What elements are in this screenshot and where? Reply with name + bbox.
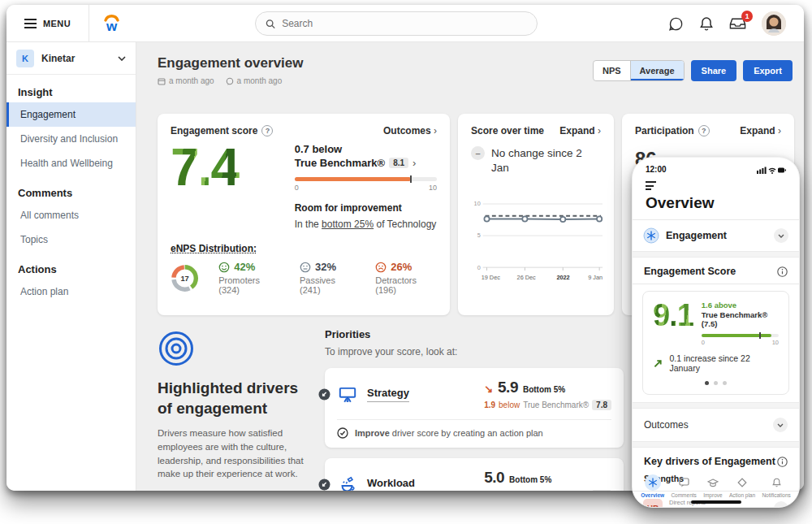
phone-score-value: 9.1: [653, 301, 693, 330]
help-icon[interactable]: ?: [698, 125, 710, 136]
score-type-toggle: NPS Average: [593, 60, 685, 81]
driver-name-strategy[interactable]: Strategy: [367, 387, 409, 402]
priority-card-workload[interactable]: Workload 5.0 Bottom 5% 2.6 below True Be…: [325, 458, 624, 491]
trend-down-icon: ↘: [484, 383, 493, 395]
company-selector[interactable]: K Kinetar: [6, 42, 136, 75]
status-suffix: of Technology: [376, 219, 436, 230]
strategy-benchmark-label: True Benchmark®: [523, 401, 589, 409]
share-button[interactable]: Share: [691, 60, 737, 81]
engagement-score-title: Engagement Score: [644, 266, 736, 277]
menu-button[interactable]: MENU: [6, 5, 89, 42]
outcomes-expand-button[interactable]: [773, 418, 788, 432]
phone-time: 12:00: [646, 165, 667, 174]
sidebar-item-diversity[interactable]: Diversity and Inclusion: [6, 127, 136, 151]
carousel-dots[interactable]: [653, 381, 779, 385]
chat-button[interactable]: [668, 16, 684, 32]
tab-action-plan[interactable]: Action plan: [729, 474, 755, 498]
benchmark-value-pill: 8.1: [389, 158, 408, 168]
smiley-sad-icon: [375, 262, 387, 273]
action-plan-diamond-icon: [737, 478, 747, 487]
y-tick-10: 10: [474, 201, 481, 208]
status-icons: [757, 166, 786, 174]
strategy-delta: 1.9: [484, 401, 495, 409]
sidebar-item-all-comments[interactable]: All comments: [6, 203, 136, 227]
change-text: No change since 2 Jan: [491, 146, 601, 175]
toggle-average[interactable]: Average: [630, 61, 684, 80]
benchmark-label: True Benchmark®: [295, 157, 385, 169]
status-underline[interactable]: bottom 25%: [322, 219, 374, 230]
chevron-right-icon: ›: [778, 125, 781, 136]
expand-participation-link[interactable]: Expand ›: [740, 125, 781, 136]
sidebar-item-action-plan[interactable]: Action plan: [6, 279, 136, 304]
user-avatar[interactable]: [762, 11, 786, 36]
module-selector-row[interactable]: Engagement: [633, 220, 799, 251]
expand-label: Expand: [559, 125, 594, 136]
filter-icon[interactable]: [646, 181, 799, 190]
sidebar-heading-insight: Insight: [6, 75, 136, 102]
drivers-body: Drivers measure how satisfied employees …: [158, 427, 313, 481]
action-rest: driver score by creating an action plan: [390, 428, 543, 438]
company-name: Kinetar: [41, 53, 110, 64]
calendar-icon: [158, 77, 166, 85]
help-icon[interactable]: ?: [261, 125, 273, 136]
tab-overview[interactable]: Overview: [641, 474, 664, 498]
comments-icon: [679, 478, 689, 487]
chevron-right-icon[interactable]: ›: [412, 157, 416, 169]
action-bold: Improve: [355, 428, 390, 438]
search-bar[interactable]: [255, 11, 538, 36]
enps-title[interactable]: eNPS Distribution:: [171, 243, 257, 254]
tab-overview-label: Overview: [641, 492, 664, 498]
report-avatar: HB: [643, 499, 663, 508]
company-avatar: K: [16, 50, 34, 67]
outcomes-row[interactable]: Outcomes: [633, 409, 799, 441]
priority-card-strategy[interactable]: Strategy ↘ 5.9 Bottom 5% 1.9 below True …: [325, 368, 624, 448]
sidebar-item-engagement[interactable]: Engagement: [6, 102, 136, 127]
sidebar-heading-comments: Comments: [6, 175, 136, 203]
engagement-score-card: Engagement score ? Outcomes › 7.4 0.7 be…: [158, 114, 450, 315]
tab-comments[interactable]: Comments: [671, 474, 696, 498]
sidebar-item-health[interactable]: Health and Wellbeing: [6, 151, 136, 175]
status-text: In the bottom 25% of Technology: [295, 219, 437, 230]
tab-notifications[interactable]: Notifications: [762, 474, 790, 498]
hamburger-icon: [24, 19, 37, 28]
driver-name-workload[interactable]: Workload: [367, 477, 415, 491]
outcomes-link[interactable]: Outcomes ›: [383, 125, 437, 136]
export-button[interactable]: Export: [743, 60, 793, 81]
engagement-card-title: Engagement score: [171, 125, 257, 136]
no-change-icon: –: [471, 146, 485, 160]
phone-status-bar: 12:00: [633, 158, 799, 174]
phone-outcomes-label: Outcomes: [644, 419, 689, 431]
expand-score-link[interactable]: Expand ›: [559, 125, 601, 136]
tab-notifications-label: Notifications: [762, 492, 790, 498]
report-collapse-button[interactable]: [774, 501, 788, 508]
search-input[interactable]: [282, 18, 527, 29]
sidebar-item-topics[interactable]: Topics: [6, 227, 136, 252]
detractors-stat: 26% Detractors (196): [375, 261, 437, 295]
workday-logo[interactable]: w: [101, 12, 123, 34]
module-collapse-button[interactable]: [774, 228, 788, 243]
workday-logo-icon: w: [101, 12, 123, 34]
tab-improve[interactable]: Improve: [703, 474, 722, 498]
x-tick-4: 9 Jan: [588, 274, 603, 281]
action-hint[interactable]: Improve driver score by creating an acti…: [337, 419, 611, 439]
notifications-button[interactable]: [699, 16, 714, 32]
phone-progress-fill: [702, 334, 772, 337]
passives-stat: 32% Passives (241): [300, 261, 356, 295]
outcomes-link-label: Outcomes: [383, 125, 431, 136]
passives-pct: 32%: [315, 261, 336, 273]
screenshot-canvas: MENU w: [0, 0, 812, 524]
info-icon[interactable]: [777, 457, 788, 467]
toggle-nps[interactable]: NPS: [594, 61, 630, 80]
x-tick-2: 26 Dec: [517, 274, 537, 281]
priority-badge-icon: [318, 388, 330, 401]
header-controls: NPS Average Share Export: [593, 60, 793, 81]
info-icon[interactable]: [777, 266, 788, 277]
priorities-section: Priorities To improve your score, look a…: [325, 328, 624, 491]
topbar-icons: 1: [668, 5, 786, 42]
updated-text: a month ago: [169, 76, 214, 85]
improve-cap-icon: [707, 479, 719, 487]
tab-improve-label: Improve: [703, 492, 722, 498]
inbox-button[interactable]: 1: [729, 16, 746, 31]
target-icon: [158, 330, 195, 367]
module-name: Engagement: [666, 230, 767, 241]
